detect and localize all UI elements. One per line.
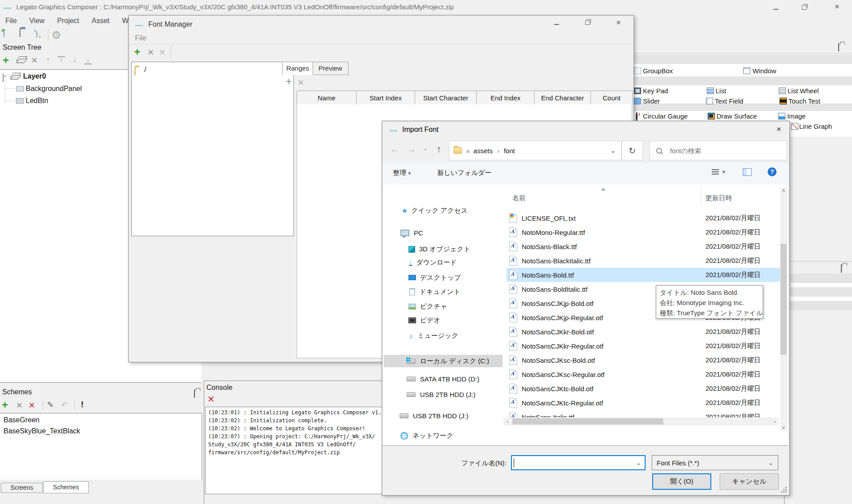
toolbox-item-slider[interactable]: Slider [643, 97, 660, 105]
scheme-item[interactable]: BaseGreen [0, 413, 202, 424]
view-list-icon[interactable] [712, 169, 719, 175]
new-folder-button[interactable]: 新しいフォルダー [437, 169, 491, 177]
fm-col-start-character[interactable]: Start Character [415, 91, 477, 105]
toolbox-item-drawsurface[interactable]: Draw Surface [717, 112, 757, 120]
fm-col-name[interactable]: Name [297, 91, 357, 105]
file-row[interactable]: NotoSansCJKkr-Bold.otf2021/08/02/月曜日 [507, 325, 780, 339]
sidebar-item-music[interactable]: ♪ミュージック [384, 329, 503, 342]
image-widget-icon[interactable] [778, 113, 785, 119]
remove-scheme-icon[interactable]: ✕ [28, 401, 35, 409]
fm-delete-all-icon[interactable]: ✕ [159, 48, 166, 56]
add-screen-icon[interactable]: + [3, 55, 9, 66]
circulargauge-widget-icon[interactable] [636, 112, 638, 121]
sidebar-item-local-disk-c[interactable]: ローカル ディスク (C:) [384, 355, 503, 367]
toolbox-item-keypad[interactable]: Key Pad [643, 87, 668, 95]
view-caret-icon[interactable]: ▾ [722, 169, 725, 175]
fm-menu-file[interactable]: File [135, 34, 147, 42]
file-row[interactable]: NotoSansCJKsc-Bold.otf2021/08/02/月曜日 [507, 353, 780, 367]
search-input[interactable] [669, 147, 777, 155]
fm-col-end-character[interactable]: End Character [534, 91, 591, 105]
file-row[interactable]: NotoSansCJKtc-Bold.otf2021/08/02/月曜日 [507, 381, 780, 396]
open-project-icon[interactable] [20, 29, 20, 37]
float-toolbox-icon[interactable] [838, 43, 839, 52]
list-widget-icon[interactable] [707, 87, 714, 94]
file-row[interactable]: NotoSansCJKsc-Regular.otf2021/08/02/月曜日 [507, 367, 780, 381]
fm-delete-range-icon[interactable]: ✕ [297, 79, 304, 87]
toolbox-item-image[interactable]: Image [787, 112, 806, 120]
listwheel-widget-icon[interactable] [779, 87, 786, 94]
breadcrumb-laquo[interactable]: « [466, 147, 470, 155]
organize-button[interactable]: 整理 ▾ [393, 169, 411, 177]
drawsurface-widget-icon[interactable] [708, 113, 715, 119]
toolbox-item-groupbox[interactable]: GroupBox [643, 67, 673, 75]
new-project-icon[interactable]: + [4, 29, 4, 37]
toolbox-item-textfield[interactable]: Text Field [715, 97, 743, 105]
file-row[interactable]: NotoSans-BlackItalic.ttf2021/08/02/月曜日 [507, 254, 780, 268]
save-project-icon[interactable]: ↓ [36, 29, 37, 37]
console-clear-icon[interactable]: ✕ [207, 395, 215, 404]
file-name-field[interactable]: ⌄ [511, 455, 646, 470]
delete-scheme-icon[interactable]: ✕ [16, 401, 23, 409]
tab-screens[interactable]: Screens [1, 483, 43, 493]
history-chevron-icon[interactable]: ⌄ [423, 145, 428, 151]
preview-pane-icon[interactable] [743, 168, 752, 176]
scroll-down-icon[interactable]: ˅ [780, 424, 787, 431]
help-icon[interactable]: ? [768, 167, 777, 176]
toolbox-item-linegraph[interactable]: Line Graph [799, 123, 832, 130]
sidebar-item-usb-hdd-j2[interactable]: USB 2TB HDD (J:) [384, 409, 503, 422]
scroll-up-icon[interactable]: ˄ [780, 187, 787, 194]
fm-close-icon[interactable]: ✕ [615, 20, 622, 26]
menu-asset[interactable]: Asset [87, 15, 114, 27]
sidebar-item-sata-hdd-d[interactable]: SATA 4TB HDD (D:) [384, 373, 503, 385]
fm-col-start-index[interactable]: Start Index [356, 91, 415, 105]
undo-icon[interactable]: ↶ [61, 400, 68, 410]
scrollbar-thumb[interactable] [512, 418, 663, 425]
address-bar[interactable]: « assets › font ⌄ [449, 141, 622, 160]
dialog-close-icon[interactable]: ✕ [776, 126, 782, 132]
fm-add-range-icon[interactable]: + [286, 77, 292, 87]
textfield-widget-icon[interactable] [706, 98, 713, 104]
horizontal-scrollbar[interactable]: ‹ › [503, 417, 779, 425]
toolbox-item-listwheel[interactable]: List Wheel [788, 87, 819, 95]
float-properties-icon[interactable] [841, 264, 842, 273]
sidebar-item-desktop[interactable]: デスクトップ [384, 271, 503, 284]
move-top-icon[interactable]: ↑ [58, 56, 65, 64]
close-icon[interactable]: ✕ [834, 4, 840, 10]
add-scheme-icon[interactable]: + [2, 400, 8, 410]
file-row[interactable]: NotoSans-Black.ttf2021/08/02/月曜日 [507, 239, 780, 254]
breadcrumb-font[interactable]: font [504, 147, 515, 155]
minimize-icon[interactable] [773, 6, 779, 12]
toolbox-item-list[interactable]: List [716, 87, 726, 95]
file-row-selected[interactable]: NotoSans-Bold.ttf2021/08/02/月曜日 [507, 268, 780, 282]
keypad-widget-icon[interactable] [634, 87, 641, 94]
scheme-item[interactable]: BaseSkyBlue_TextBlack [0, 424, 202, 435]
back-icon[interactable]: ← [390, 144, 399, 155]
refresh-button[interactable]: ↻ [622, 141, 643, 160]
file-type-select[interactable]: Font Files (*.*) ⌄ [652, 455, 778, 470]
restore-icon[interactable] [801, 4, 807, 11]
column-date-modified[interactable]: 更新日時 [705, 194, 732, 202]
resize-grip[interactable] [785, 487, 787, 488]
groupbox-widget-icon[interactable] [634, 67, 641, 74]
sidebar-item-downloads[interactable]: ↓ダウンロード [384, 256, 503, 269]
sidebar-item-3d-objects[interactable]: 3D オブジェクト [384, 243, 503, 255]
window-widget-icon[interactable] [743, 67, 750, 74]
fm-tab-preview[interactable]: Preview [312, 62, 349, 75]
toolbox-item-circulargauge[interactable]: Circular Gauge [643, 112, 688, 120]
fm-root-folder[interactable]: / [144, 66, 146, 74]
forward-icon[interactable]: → [407, 144, 416, 155]
file-row[interactable]: NotoSans-Italic.ttf2021/08/02/月曜日 [507, 410, 780, 417]
up-icon[interactable]: ↑ [436, 144, 441, 155]
fm-col-end-index[interactable]: End Index [476, 91, 535, 105]
open-button[interactable]: 開く(O) [652, 473, 711, 490]
delete-screen-icon[interactable]: ✕ [31, 56, 38, 64]
expander-icon[interactable] [3, 74, 4, 82]
slider-widget-icon[interactable] [634, 98, 641, 104]
menu-file[interactable]: File [1, 15, 21, 27]
fm-maximize-icon[interactable] [584, 20, 590, 26]
file-row[interactable]: NotoMono-Regular.ttf2021/08/02/月曜日 [507, 225, 780, 239]
move-up-icon[interactable]: ↑ [44, 56, 52, 63]
scrollbar-thumb[interactable] [781, 244, 787, 355]
touchtest-widget-icon[interactable] [780, 98, 787, 104]
linegraph-widget-icon[interactable] [791, 123, 798, 130]
